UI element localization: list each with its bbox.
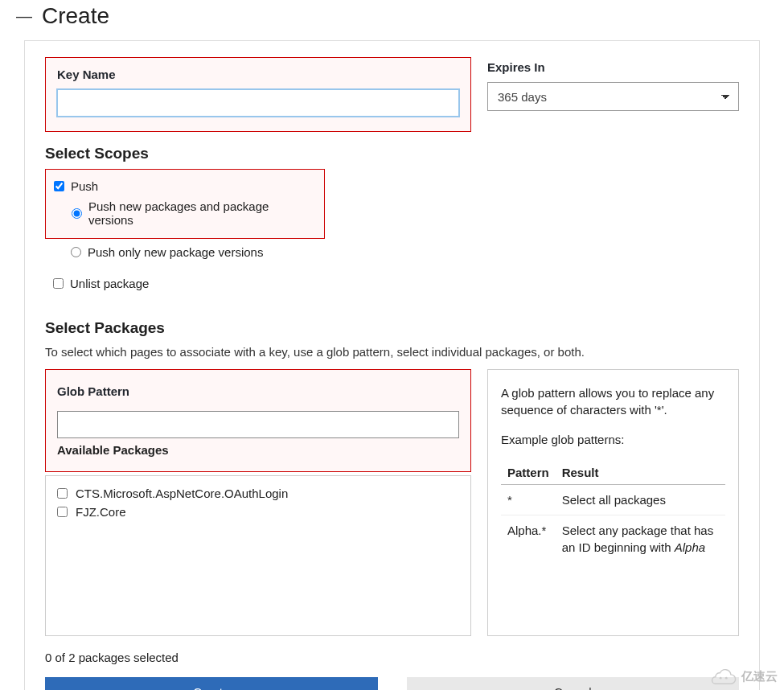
glob-help-intro: A glob pattern allows you to replace any…: [501, 384, 725, 418]
select-packages-title: Select Packages: [45, 319, 739, 337]
cell-result: Select all packages: [556, 484, 725, 515]
svg-point-0: [720, 677, 722, 680]
key-name-label: Key Name: [57, 68, 459, 81]
unlist-checkbox[interactable]: [53, 278, 64, 289]
push-checkbox[interactable]: [54, 181, 64, 191]
push-only-label: Push only new package versions: [88, 245, 263, 259]
col-result: Result: [556, 461, 725, 485]
glob-pattern-table: Pattern Result * Select all packages Alp…: [501, 461, 725, 562]
key-name-group: Key Name: [45, 57, 471, 132]
svg-point-1: [725, 677, 728, 680]
cloud-icon: [709, 667, 737, 685]
table-row: * Select all packages: [501, 484, 725, 515]
cell-result: Select any package that has an ID beginn…: [556, 515, 725, 562]
package-name: FJZ.Core: [76, 505, 126, 519]
push-new-label: Push new packages and package versions: [88, 199, 316, 227]
package-item: FJZ.Core: [57, 503, 459, 521]
unlist-label: Unlist package: [70, 277, 149, 290]
select-packages-desc: To select which pages to associate with …: [45, 343, 739, 361]
collapse-icon[interactable]: —: [16, 8, 32, 24]
watermark: 亿速云: [709, 667, 778, 685]
glob-help-panel: A glob pattern allows you to replace any…: [487, 369, 739, 636]
glob-help-example-label: Example glob patterns:: [501, 431, 725, 448]
push-only-radio[interactable]: [71, 247, 81, 257]
create-panel: Key Name Expires In 365 days Select Scop…: [24, 40, 760, 690]
cell-pattern: Alpha.*: [501, 515, 556, 562]
package-name: CTS.Microsoft.AspNetCore.OAuthLogin: [76, 487, 288, 500]
glob-pattern-group: Glob Pattern Available Packages: [45, 369, 471, 472]
col-pattern: Pattern: [501, 461, 556, 485]
available-packages-list: CTS.Microsoft.AspNetCore.OAuthLogin FJZ.…: [45, 475, 471, 636]
push-label: Push: [71, 179, 98, 193]
select-scopes-title: Select Scopes: [45, 145, 739, 162]
glob-pattern-label: Glob Pattern: [57, 384, 459, 398]
create-button[interactable]: Create: [45, 677, 378, 690]
expires-group: Expires In 365 days: [487, 57, 739, 111]
expires-label: Expires In: [487, 60, 739, 74]
cancel-button[interactable]: Cancel: [407, 677, 740, 690]
table-row: Alpha.* Select any package that has an I…: [501, 515, 725, 562]
packages-selected-count: 0 of 2 packages selected: [45, 651, 739, 664]
available-packages-label: Available Packages: [57, 443, 459, 457]
page-title: Create: [42, 3, 109, 29]
scopes-highlight-box: Push Push new packages and package versi…: [45, 169, 325, 239]
expires-select[interactable]: 365 days: [487, 82, 739, 111]
glob-pattern-input[interactable]: [57, 411, 459, 438]
package-checkbox[interactable]: [57, 488, 68, 499]
push-new-radio[interactable]: [72, 208, 82, 219]
package-checkbox[interactable]: [57, 507, 68, 517]
key-name-input[interactable]: [57, 89, 459, 117]
package-item: CTS.Microsoft.AspNetCore.OAuthLogin: [57, 484, 459, 503]
cell-pattern: *: [501, 484, 556, 515]
